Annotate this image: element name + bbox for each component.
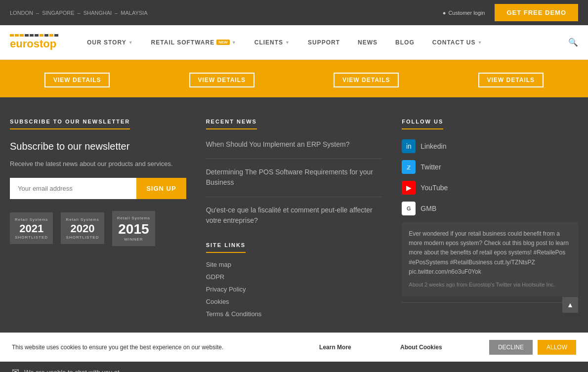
- news-links-column: RECENT NEWS When Should You Implement an…: [206, 117, 382, 323]
- back-to-top-button[interactable]: ▲: [562, 297, 578, 313]
- chevron-down-icon: ▼: [478, 40, 483, 45]
- view-details-button-3[interactable]: View details: [334, 73, 399, 87]
- twitter-icon: 𝕫: [402, 160, 416, 174]
- chevron-down-icon: ▼: [232, 40, 237, 45]
- site-link-terms[interactable]: Terms & Conditions: [206, 310, 382, 318]
- yellow-section: View details View details View details V…: [0, 60, 588, 97]
- news-item-3[interactable]: Qu'est-ce que la fiscalité et comment pe…: [206, 205, 382, 226]
- newsletter-subtext: Receive the latest news about our produc…: [10, 159, 186, 169]
- email-form: SIGN UP: [10, 178, 186, 199]
- social-twitter[interactable]: 𝕫 Twitter: [402, 160, 578, 174]
- gmb-icon: G: [402, 202, 416, 215]
- view-card-1: View details: [44, 70, 110, 87]
- view-card-4: View details: [478, 70, 544, 87]
- cookie-actions: DECLINE ALLOW: [489, 340, 576, 355]
- gmb-label: GMB: [420, 205, 436, 212]
- award-2015: Retail Systems 2015 WINNER: [112, 211, 155, 246]
- linkedin-label: Linkedin: [420, 142, 446, 150]
- news-item-2[interactable]: Determining The POS Software Requirement…: [206, 167, 382, 188]
- recent-news-title: RECENT NEWS: [206, 119, 257, 129]
- sep1: –: [36, 10, 39, 16]
- cookie-bar: This website uses cookies to ensure you …: [0, 332, 588, 362]
- award-2020: Retail Systems 2020 SHORTLISTED: [61, 212, 104, 244]
- location-shanghai[interactable]: SHANGHAI: [84, 10, 112, 16]
- customer-login-link[interactable]: ● Customer login: [443, 10, 485, 16]
- chevron-down-icon: ▼: [128, 40, 133, 45]
- main-nav: eurostop OUR STORY ▼ RETAIL SOFTWARE NEW…: [0, 25, 588, 60]
- newsletter-heading: Subscribe to our newsletter: [10, 139, 186, 153]
- nav-retail-software[interactable]: RETAIL SOFTWARE NEW ▼: [142, 25, 246, 60]
- sep3: –: [115, 10, 118, 16]
- view-details-button-4[interactable]: View details: [478, 73, 544, 87]
- follow-column: FOLLOW US in Linkedin 𝕫 Twitter ▶ YouTub…: [402, 117, 578, 323]
- view-card-3: View details: [334, 70, 399, 87]
- news-item-1[interactable]: When Should You Implement an ERP System?: [206, 139, 382, 150]
- youtube-icon: ▶: [402, 181, 416, 195]
- twitter-meta: About 2 weeks ago from Eurostop's Twitte…: [409, 281, 571, 289]
- about-cookies-link[interactable]: About Cookies: [400, 344, 442, 351]
- site-link-sitemap[interactable]: Site map: [206, 261, 382, 268]
- follow-section-title: FOLLOW US: [402, 119, 443, 129]
- nav-contact-us[interactable]: CONTACT US ▼: [423, 25, 492, 60]
- awards-section: Retail Systems 2021 SHORTLISTED Retail S…: [10, 211, 186, 246]
- site-link-privacy[interactable]: Privacy Policy: [206, 286, 382, 293]
- footer-grid: SUBSCRIBE TO OUR NEWSLETTER Subscribe to…: [10, 117, 578, 323]
- chat-icon: ✉: [12, 367, 19, 372]
- nav-support[interactable]: SUPPORT: [299, 25, 349, 60]
- newsletter-section-title: SUBSCRIBE TO OUR NEWSLETTER: [10, 119, 130, 129]
- location-singapore[interactable]: SINGAPORE: [42, 10, 74, 16]
- twitter-feed: Ever wondered if your retail business co…: [402, 222, 578, 296]
- linkedin-icon: in: [402, 139, 416, 153]
- user-icon: ●: [443, 10, 446, 16]
- footer: SUBSCRIBE TO OUR NEWSLETTER Subscribe to…: [0, 97, 588, 332]
- cookie-text: This website uses cookies to ensure you …: [12, 344, 223, 351]
- site-links-section: SITE LINKS Site map GDPR Privacy Policy …: [206, 241, 382, 318]
- view-details-button-1[interactable]: View details: [44, 73, 110, 87]
- chevron-down-icon: ▼: [285, 40, 290, 45]
- chat-bar: ✉ We are unable to chat with you at...: [0, 362, 588, 372]
- view-card-2: View details: [189, 70, 254, 87]
- logo[interactable]: eurostop: [10, 34, 58, 50]
- chat-text: We are unable to chat with you at...: [24, 369, 125, 372]
- nav-our-story[interactable]: OUR STORY ▼: [78, 25, 142, 60]
- get-free-demo-button[interactable]: GET FREE DEMO: [495, 4, 578, 21]
- nav-clients[interactable]: CLIENTS ▼: [246, 25, 299, 60]
- newsletter-column: SUBSCRIBE TO OUR NEWSLETTER Subscribe to…: [10, 117, 186, 323]
- twitter-feed-text: Ever wondered if your retail business co…: [409, 230, 569, 275]
- youtube-label: YouTube: [420, 184, 448, 192]
- allow-button[interactable]: ALLOW: [538, 340, 576, 355]
- nav-blog[interactable]: BLOG: [386, 25, 423, 60]
- award-2021: Retail Systems 2021 SHORTLISTED: [10, 212, 53, 244]
- email-input[interactable]: [10, 178, 136, 199]
- top-bar-right: ● Customer login GET FREE DEMO: [443, 4, 578, 21]
- logo-text: eurostop: [10, 38, 58, 50]
- site-link-gdpr[interactable]: GDPR: [206, 273, 382, 281]
- top-bar: LONDON – SINGAPORE – SHANGHAI – MALAYSIA…: [0, 0, 588, 25]
- site-links-title: SITE LINKS: [206, 242, 246, 253]
- nav-news[interactable]: NEWS: [349, 25, 386, 60]
- sep2: –: [78, 10, 81, 16]
- social-linkedin[interactable]: in Linkedin: [402, 139, 578, 153]
- logo-bars: [10, 34, 58, 37]
- social-gmb[interactable]: G GMB: [402, 202, 578, 215]
- locations: LONDON – SINGAPORE – SHANGHAI – MALAYSIA: [10, 10, 148, 16]
- site-link-cookies[interactable]: Cookies: [206, 298, 382, 305]
- nav-links: OUR STORY ▼ RETAIL SOFTWARE NEW ▼ CLIENT…: [78, 25, 568, 60]
- social-youtube[interactable]: ▶ YouTube: [402, 181, 578, 195]
- location-london[interactable]: LONDON: [10, 10, 33, 16]
- learn-more-link[interactable]: Learn More: [319, 344, 351, 351]
- decline-button[interactable]: DECLINE: [489, 340, 533, 355]
- sign-up-button[interactable]: SIGN UP: [136, 178, 186, 199]
- search-icon[interactable]: 🔍: [568, 38, 578, 47]
- view-details-button-2[interactable]: View details: [189, 73, 254, 87]
- location-malaysia[interactable]: MALAYSIA: [121, 10, 147, 16]
- twitter-label: Twitter: [420, 163, 441, 171]
